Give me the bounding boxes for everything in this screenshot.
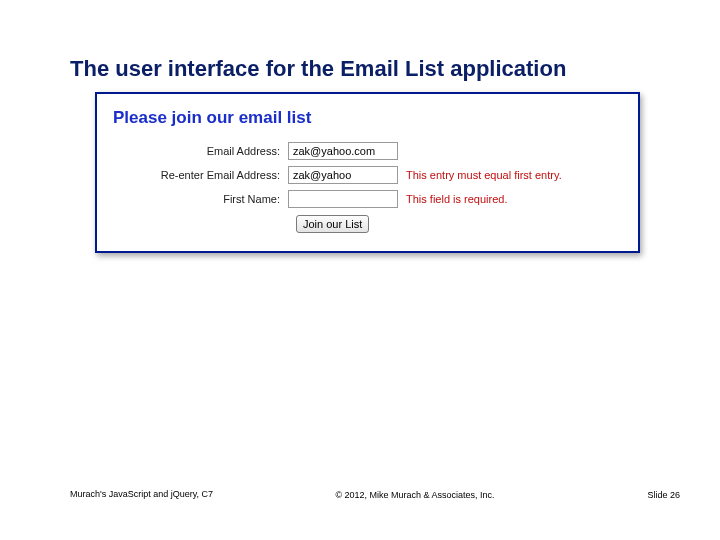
panel-heading: Please join our email list: [113, 108, 622, 128]
footer-slide-number: Slide 26: [610, 490, 680, 500]
footer: Murach's JavaScript and jQuery, C7 © 201…: [70, 489, 680, 500]
firstname-field[interactable]: [288, 190, 398, 208]
error-reenter: This entry must equal first entry.: [398, 169, 562, 181]
button-row: Join our List: [296, 214, 622, 233]
app-panel-wrap: Please join our email list Email Address…: [95, 92, 640, 253]
label-firstname: First Name:: [113, 193, 288, 205]
footer-copyright: © 2012, Mike Murach & Associates, Inc.: [220, 490, 610, 500]
app-panel: Please join our email list Email Address…: [95, 92, 640, 253]
form-row-email: Email Address:: [113, 142, 622, 160]
email-field[interactable]: [288, 142, 398, 160]
form-row-reenter: Re-enter Email Address: This entry must …: [113, 166, 622, 184]
label-email: Email Address:: [113, 145, 288, 157]
reenter-email-field[interactable]: [288, 166, 398, 184]
form-row-firstname: First Name: This field is required.: [113, 190, 622, 208]
join-list-button[interactable]: Join our List: [296, 215, 369, 233]
slide-title: The user interface for the Email List ap…: [70, 56, 680, 82]
label-reenter: Re-enter Email Address:: [113, 169, 288, 181]
error-firstname: This field is required.: [398, 193, 508, 205]
footer-book: Murach's JavaScript and jQuery, C7: [70, 489, 220, 500]
slide: The user interface for the Email List ap…: [0, 0, 720, 540]
